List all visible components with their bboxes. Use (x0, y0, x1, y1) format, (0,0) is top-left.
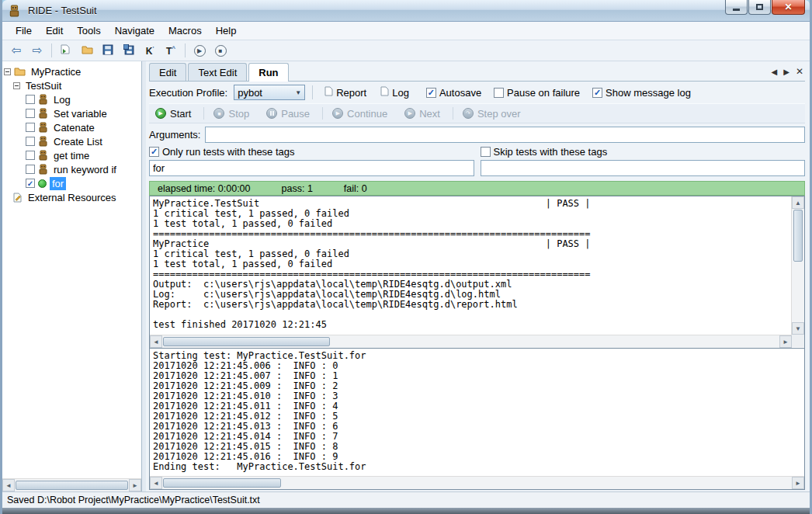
tree-item-test-for[interactable]: ✓ for (26, 176, 140, 190)
tree-item-suite[interactable]: TestSuit (13, 78, 140, 92)
menu-file[interactable]: File (9, 23, 39, 39)
skip-tags-checkbox[interactable] (481, 147, 491, 157)
pause-on-failure-option[interactable]: Pause on failure (494, 87, 580, 99)
message-log-horizontal-scrollbar[interactable]: ◄ ► (150, 476, 804, 489)
scroll-right-icon[interactable]: ► (779, 335, 792, 348)
execution-profile-select[interactable]: pybot ▼ (234, 85, 305, 100)
tab-text-edit[interactable]: Text Edit (188, 63, 247, 81)
console-output[interactable]: MyPractice.TestSuit | PASS | 1 critical … (150, 196, 791, 335)
tree-item-test-create-list[interactable]: Create List (26, 134, 140, 148)
minimize-button[interactable] (725, 0, 748, 15)
scroll-up-icon[interactable]: ▲ (792, 196, 804, 209)
menu-macros[interactable]: Macros (161, 23, 209, 39)
continue-button[interactable]: ▶ Continue (326, 106, 397, 121)
tree-item-label[interactable]: Log (51, 93, 73, 106)
skip-tags-input[interactable] (481, 160, 806, 176)
test-checkbox[interactable] (26, 151, 35, 160)
test-checkbox[interactable] (26, 109, 35, 118)
tree-item-label[interactable]: MyPractice (29, 65, 83, 78)
show-message-log-checkbox-checked[interactable]: ✓ (592, 88, 602, 98)
scroll-down-icon[interactable]: ▼ (792, 322, 804, 335)
console-horizontal-scrollbar[interactable]: ◄ ► (150, 335, 792, 348)
nav-forward-button[interactable]: ⇨ (28, 42, 47, 59)
skip-tags-option[interactable]: Skip tests with these tags (481, 146, 806, 158)
tab-scroll-right-icon[interactable]: ▶ (783, 68, 789, 76)
menu-help[interactable]: Help (209, 23, 244, 39)
show-message-log-option[interactable]: ✓ Show message log (592, 87, 691, 99)
tree-item-test-set-variable[interactable]: Set variable (26, 106, 140, 120)
tab-edit[interactable]: Edit (149, 63, 186, 81)
pause-on-failure-checkbox[interactable] (494, 88, 504, 98)
autosave-option[interactable]: ✓ Autosave (426, 87, 481, 99)
tree-item-label[interactable]: External Resources (26, 191, 118, 204)
autosave-checkbox-checked[interactable]: ✓ (426, 88, 436, 98)
tree-item-root[interactable]: MyPractice (4, 64, 140, 78)
scroll-left-icon[interactable]: ◄ (150, 335, 162, 348)
scroll-left-icon[interactable]: ◄ (150, 477, 162, 489)
new-keyword-button[interactable]: K' (141, 42, 159, 59)
tree-item-test-get-time[interactable]: get time (26, 148, 140, 162)
menu-tools[interactable]: Tools (70, 23, 107, 39)
run-tests-button[interactable]: ▶ (190, 42, 209, 59)
tab-run[interactable]: Run (248, 63, 288, 82)
arguments-input[interactable] (205, 127, 805, 143)
tree-item-label[interactable]: Create List (51, 135, 105, 148)
scrollbar-thumb[interactable] (16, 481, 128, 490)
test-checkbox[interactable] (26, 165, 35, 174)
console-output-panel: MyPractice.TestSuit | PASS | 1 critical … (149, 196, 805, 349)
only-run-tags-checkbox-checked[interactable]: ✓ (149, 147, 159, 157)
tree-item-test-log[interactable]: Log (26, 92, 140, 106)
only-run-tags-input[interactable] (149, 160, 474, 176)
menu-navigate[interactable]: Navigate (108, 23, 161, 39)
console-vertical-scrollbar[interactable]: ▲ ▼ (791, 196, 804, 335)
close-button[interactable]: ✕ (772, 0, 805, 15)
test-checkbox[interactable] (26, 123, 35, 132)
save-button[interactable] (99, 42, 117, 59)
test-checkbox[interactable] (26, 95, 35, 104)
scrollbar-thumb[interactable] (163, 337, 330, 346)
scroll-right-icon[interactable]: ► (129, 479, 141, 491)
run-control-bar: ▶ Start ■ Stop Pause ▶ Continue (149, 103, 805, 123)
robot-icon (38, 136, 48, 147)
scrollbar-thumb[interactable] (163, 478, 281, 488)
tab-close-icon[interactable]: ✕ (796, 66, 803, 77)
scroll-right-icon[interactable]: ► (792, 477, 804, 489)
next-button[interactable]: ▶ Next (398, 106, 449, 121)
tree-item-label[interactable]: get time (51, 149, 92, 162)
nav-back-button[interactable]: ⇦ (7, 42, 26, 59)
only-run-tags-option[interactable]: ✓ Only run tests with these tags (149, 146, 474, 158)
message-log[interactable]: Starting test: MyPractice.TestSuit.for 2… (150, 349, 804, 476)
new-testcase-button[interactable]: T^ (161, 42, 180, 59)
tree-item-label[interactable]: Catenate (51, 121, 97, 134)
tree-item-label[interactable]: Set variable (51, 107, 109, 120)
collapse-icon[interactable] (4, 68, 11, 75)
stop-button[interactable]: ■ Stop (207, 106, 259, 121)
save-all-button[interactable] (120, 42, 138, 59)
start-button[interactable]: ▶ Start (149, 106, 200, 121)
open-suite-button[interactable] (57, 42, 75, 59)
robot-icon (38, 150, 48, 161)
collapse-icon[interactable] (13, 82, 20, 89)
menu-edit[interactable]: Edit (39, 23, 70, 39)
tree-item-external-resources[interactable]: External Resources (13, 190, 140, 204)
test-checkbox[interactable] (26, 137, 35, 146)
tree-item-label[interactable]: for (50, 177, 66, 190)
app-robot-icon (9, 5, 20, 17)
tree-item-label[interactable]: TestSuit (23, 79, 64, 92)
log-button[interactable]: Log (376, 85, 414, 100)
test-checkbox-checked[interactable]: ✓ (26, 179, 35, 188)
tree-item-test-catenate[interactable]: Catenate (26, 120, 140, 134)
tab-scroll-left-icon[interactable]: ◀ (772, 68, 778, 76)
tree-item-test-run-keyword-if[interactable]: run keyword if (26, 162, 140, 176)
step-over-button[interactable]: ↷ Step over (456, 106, 530, 121)
tree-item-label[interactable]: run keyword if (51, 163, 119, 176)
open-directory-button[interactable] (78, 42, 96, 59)
stop-tests-button[interactable]: ■ (211, 42, 230, 59)
maximize-button[interactable] (748, 0, 771, 15)
execution-profile-label: Execution Profile: (149, 87, 227, 99)
tree-horizontal-scrollbar[interactable]: ◄ ► (2, 478, 141, 491)
scrollbar-thumb[interactable] (793, 210, 803, 262)
report-button[interactable]: Report (320, 85, 371, 100)
scroll-left-icon[interactable]: ◄ (2, 479, 15, 491)
pause-button[interactable]: Pause (260, 106, 319, 121)
